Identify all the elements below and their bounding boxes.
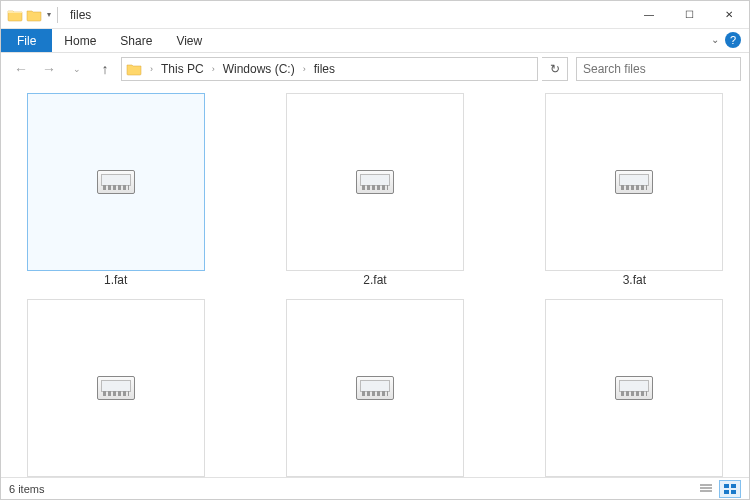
file-thumbnail [286, 93, 464, 271]
file-thumbnail [545, 93, 723, 271]
svg-rect-6 [731, 490, 736, 494]
status-item-count: 6 items [9, 483, 44, 495]
view-details-button[interactable] [695, 480, 717, 498]
breadcrumb-drive[interactable]: Windows (C:) [219, 58, 299, 80]
tab-home[interactable]: Home [52, 29, 108, 52]
file-label: 2.fat [363, 273, 386, 287]
ribbon-expand-icon[interactable]: ⌄ [711, 34, 719, 45]
qat-separator [57, 7, 58, 23]
breadcrumb-chevron[interactable]: › [208, 64, 219, 74]
file-thumbnail [27, 299, 205, 477]
fat-file-icon [97, 376, 135, 400]
titlebar: ▾ files — ☐ ✕ [1, 1, 749, 29]
file-item[interactable]: 1.fat [11, 93, 220, 287]
breadcrumb-this-pc[interactable]: This PC [157, 58, 208, 80]
status-bar: 6 items [1, 477, 749, 499]
refresh-button[interactable]: ↻ [542, 57, 568, 81]
svg-rect-3 [724, 484, 729, 488]
search-input[interactable] [576, 57, 741, 81]
file-item[interactable]: 2.fat [270, 93, 479, 287]
tab-file[interactable]: File [1, 29, 52, 52]
ribbon-tabs: File Home Share View ⌄ ? [1, 29, 749, 53]
file-item[interactable]: 3.fat [530, 93, 739, 287]
nav-up-button[interactable]: ↑ [93, 57, 117, 81]
file-item[interactable]: 4.fat [11, 299, 220, 477]
minimize-button[interactable]: — [629, 1, 669, 29]
tab-view[interactable]: View [164, 29, 214, 52]
svg-rect-5 [724, 490, 729, 494]
address-row: ← → ⌄ ↑ › This PC › Windows (C:) › files… [1, 53, 749, 85]
fat-file-icon [356, 170, 394, 194]
window-title: files [70, 8, 91, 22]
file-label: 3.fat [623, 273, 646, 287]
file-item[interactable]: 5.fat [270, 299, 479, 477]
qat-folder-icon[interactable] [26, 8, 42, 22]
file-thumbnail [27, 93, 205, 271]
fat-file-icon [615, 170, 653, 194]
breadcrumb-chevron[interactable]: › [146, 64, 157, 74]
fat-file-icon [97, 170, 135, 194]
tab-share[interactable]: Share [108, 29, 164, 52]
qat-dropdown-icon[interactable]: ▾ [47, 10, 51, 19]
file-grid: 1.fat2.fat3.fat4.fat5.fat6.fat [1, 85, 749, 477]
help-icon[interactable]: ? [725, 32, 741, 48]
fat-file-icon [615, 376, 653, 400]
view-thumbnails-button[interactable] [719, 480, 741, 498]
maximize-button[interactable]: ☐ [669, 1, 709, 29]
app-folder-icon [7, 8, 23, 22]
close-button[interactable]: ✕ [709, 1, 749, 29]
svg-rect-4 [731, 484, 736, 488]
address-bar[interactable]: › This PC › Windows (C:) › files [121, 57, 538, 81]
breadcrumb-chevron[interactable]: › [299, 64, 310, 74]
file-thumbnail [545, 299, 723, 477]
file-item[interactable]: 6.fat [530, 299, 739, 477]
fat-file-icon [356, 376, 394, 400]
nav-recent-button[interactable]: ⌄ [65, 57, 89, 81]
file-thumbnail [286, 299, 464, 477]
file-label: 1.fat [104, 273, 127, 287]
address-folder-icon [126, 62, 142, 76]
nav-back-button[interactable]: ← [9, 57, 33, 81]
nav-forward-button[interactable]: → [37, 57, 61, 81]
breadcrumb-folder[interactable]: files [310, 58, 339, 80]
